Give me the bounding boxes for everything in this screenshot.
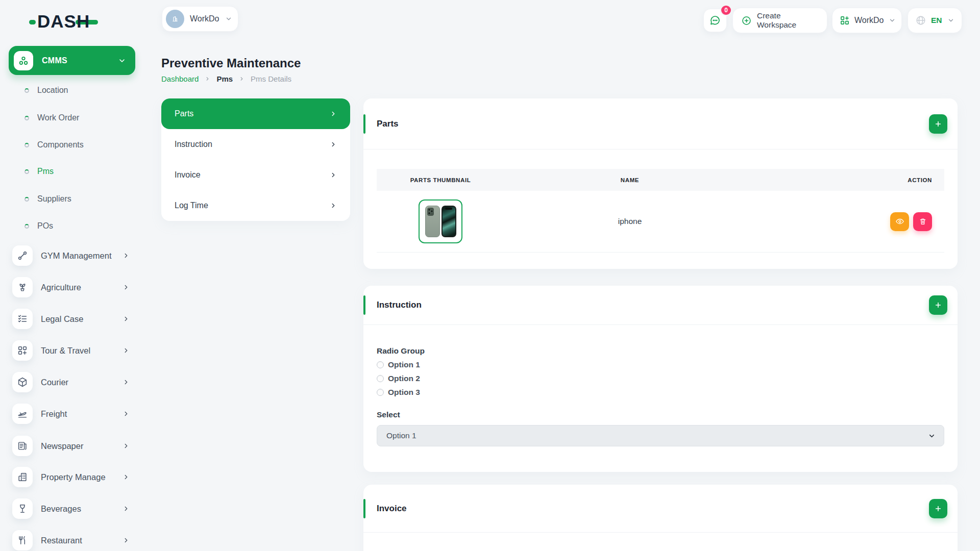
language-selector[interactable]: EN [908,8,962,33]
invoice-card-title: Invoice [377,504,407,514]
dash-logo: DASH [37,11,90,32]
chevron-right-icon [122,315,130,322]
page-title: Preventive Maintenance [161,56,301,70]
sidebar-item-components[interactable]: Components [20,137,128,153]
donut-bullet-icon [24,223,30,229]
sidebar-item-tour-travel[interactable]: Tour & Travel [12,336,132,365]
tab-invoice[interactable]: Invoice [161,160,350,190]
trash-icon [919,217,927,226]
chevron-right-icon [122,442,130,449]
sidebar-item-gym-management[interactable]: GYM Management [12,241,132,270]
instruction-card-header: Instruction [363,286,958,325]
pms-section-menu: Parts Instruction Invoice Log Time [161,98,350,221]
breadcrumb-separator-icon [205,76,210,82]
part-thumbnail-image[interactable] [419,199,462,243]
sidebar-item-label: Beverages [41,504,122,514]
radio-option-3[interactable]: Option 3 [377,388,944,397]
checklist-icon [12,309,33,329]
instruction-card: Instruction Radio Group Option 1 Option … [363,286,958,472]
newspaper-icon [12,436,33,456]
chevron-right-icon [122,284,130,291]
sidebar-item-property-manage[interactable]: Property Manage [12,463,132,491]
sidebar-item-newspaper[interactable]: Newspaper [12,432,132,460]
radio-option-label: Option 3 [388,388,420,397]
radio-group-label: Radio Group [377,346,944,356]
cmms-label: CMMS [42,56,118,65]
instruction-select[interactable]: Option 1 [377,425,944,446]
tab-parts[interactable]: Parts [161,98,350,129]
radio-button-icon[interactable] [377,361,384,368]
chevron-down-icon [928,432,936,440]
tab-log-time[interactable]: Log Time [161,190,350,221]
wine-glass-icon [12,498,33,519]
camera-module [427,208,434,216]
select-label: Select [377,410,944,419]
tab-instruction[interactable]: Instruction [161,129,350,160]
breadcrumb-dashboard[interactable]: Dashboard [161,74,199,83]
add-invoice-button[interactable] [929,499,947,518]
chevron-down-icon [225,15,232,22]
breadcrumb-separator-icon [239,76,244,82]
module-switcher-cmms[interactable]: CMMS [9,46,135,75]
sidebar-item-label: Property Manage [41,472,122,482]
sidebar-item-freight[interactable]: Freight [12,399,132,428]
sidebar-item-beverages[interactable]: Beverages [12,494,132,523]
breadcrumb-pms[interactable]: Pms [216,74,233,83]
cutlery-icon [12,530,33,550]
card-accent-bar [363,499,365,518]
building-icon [12,467,33,487]
sidebar-item-legal-case[interactable]: Legal Case [12,305,132,333]
sidebar-item-label: Agriculture [41,283,122,292]
radio-option-1[interactable]: Option 1 [377,360,944,369]
add-instruction-button[interactable] [929,295,947,315]
view-part-button[interactable] [890,212,909,231]
column-header-action: ACTION [755,177,944,183]
radio-option-label: Option 1 [388,360,420,369]
language-code: EN [931,16,942,25]
sidebar-item-work-order[interactable]: Work Order [20,110,128,126]
tab-label: Invoice [175,170,201,180]
sidebar-item-pos[interactable]: POs [20,218,128,234]
sidebar-item-suppliers[interactable]: Suppliers [20,191,128,207]
workspace-selector[interactable]: WorkDo [162,6,238,32]
dumbbell-icon [12,245,33,266]
sidebar-item-label: Components [37,140,84,149]
parts-table-header-row: PARTS THUMBNAIL NAME ACTION [377,169,944,191]
sidebar-item-pms[interactable]: Pms [20,164,128,179]
sidebar-item-agriculture[interactable]: Agriculture [12,273,132,302]
donut-bullet-icon [24,196,30,202]
chevron-down-icon [947,17,954,24]
instruction-card-body: Radio Group Option 1 Option 2 Option 3 S… [377,325,944,446]
add-part-button[interactable] [929,114,947,134]
logo-text: DASH [37,11,90,32]
workdo-menu[interactable]: WorkDo [832,8,902,33]
sidebar-item-courier[interactable]: Courier [12,368,132,396]
radio-button-icon[interactable] [377,375,384,382]
chevron-right-icon [122,252,130,259]
chevron-down-icon [118,57,126,65]
column-header-thumbnail: PARTS THUMBNAIL [377,177,504,183]
part-name: iphone [504,217,755,226]
sidebar-item-label: Newspaper [41,441,122,451]
parts-card-title: Parts [377,119,399,129]
chevron-right-icon [330,141,337,148]
plus-icon [934,301,942,309]
radio-option-2[interactable]: Option 2 [377,374,944,383]
card-accent-bar [363,295,365,315]
card-accent-bar [363,114,365,134]
plane-icon [12,404,33,424]
phone-notch [445,208,452,210]
cmms-circles-icon [14,51,33,70]
plus-icon [934,505,942,513]
create-workspace-button[interactable]: Create Workspace [732,8,827,33]
sidebar-item-label: Tour & Travel [41,346,122,356]
sidebar-item-location[interactable]: Location [20,83,128,98]
messages-button[interactable]: 0 [703,9,727,32]
sidebar-item-restaurant[interactable]: Restaurant [12,526,132,551]
radio-button-icon[interactable] [377,389,384,396]
instruction-card-title: Instruction [377,300,422,310]
parts-card: Parts PARTS THUMBNAIL NAME ACTION [363,98,958,269]
delete-part-button[interactable] [913,212,932,231]
sidebar-item-label: Courier [41,378,122,387]
tab-label: Parts [175,109,193,118]
